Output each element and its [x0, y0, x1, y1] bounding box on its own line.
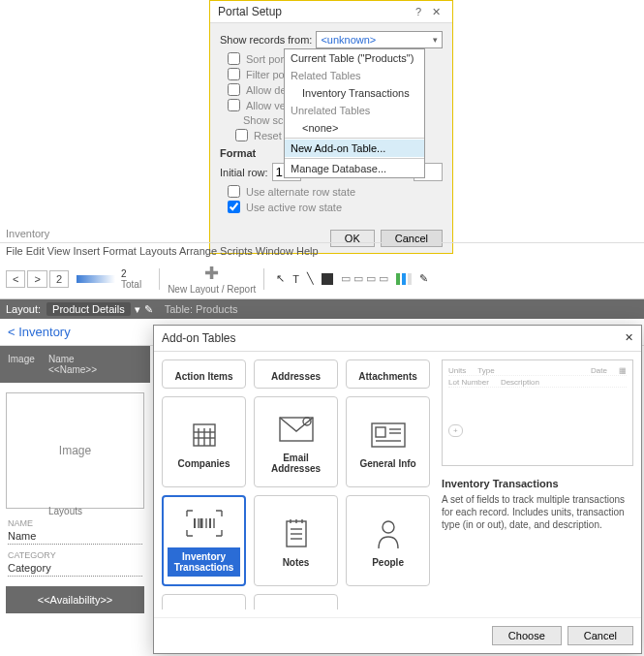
records-dropdown: Current Table ("Products") Related Table… — [284, 48, 425, 178]
show-records-label: Show records from: — [220, 34, 312, 46]
vertical-checkbox[interactable] — [228, 99, 240, 111]
dropdown-item[interactable]: Current Table ("Products") — [285, 49, 424, 67]
tile-notes[interactable]: Notes — [254, 495, 338, 586]
pointer-icon[interactable]: ↖ — [276, 272, 285, 285]
delete-checkbox[interactable] — [228, 83, 240, 96]
sort-checkbox[interactable] — [228, 52, 240, 65]
tile-general-info[interactable]: General Info — [346, 396, 430, 487]
slider-icon[interactable] — [77, 275, 115, 283]
tile-topics[interactable]: Topics — [254, 594, 338, 609]
nav-prev-button[interactable]: < — [6, 270, 25, 288]
tile-inventory-transactions[interactable]: Inventory Transactions — [162, 495, 246, 586]
fill-icon[interactable] — [322, 273, 333, 285]
tile-attachments[interactable]: Attachments — [346, 359, 430, 389]
format-painter-icon[interactable]: ✎ — [419, 272, 428, 285]
close-icon[interactable]: ✕ — [625, 331, 633, 345]
portal-setup-dialog: Portal Setup ? ✕ Show records from: <unk… — [209, 0, 453, 254]
window-title: Inventory — [0, 225, 644, 243]
choose-button[interactable]: Choose — [492, 626, 562, 645]
name-field[interactable]: Name — [8, 530, 142, 545]
tile-action-items[interactable]: Action Items — [162, 359, 246, 389]
svg-point-7 — [303, 418, 311, 425]
toolbar: < > 2 2 Total Layouts ✚ New Layout / Rep… — [0, 259, 644, 299]
card-icon — [370, 416, 407, 454]
dropdown-item[interactable]: Manage Database... — [285, 160, 424, 177]
tile-email-addresses[interactable]: Email Addresses — [254, 396, 338, 487]
more-tools[interactable]: ▭ ▭ ▭ ▭ — [341, 272, 388, 285]
addon-tables-dialog: Add-on Tables ✕ Action ItemsAddressesAtt… — [153, 325, 642, 654]
tile-phone-numbers[interactable]: Phone Numbers — [162, 594, 246, 609]
line-icon[interactable]: ╲ — [307, 272, 314, 285]
cancel-button[interactable]: Cancel — [567, 626, 633, 645]
layout-selector[interactable]: Product Details — [46, 302, 131, 316]
tile-companies[interactable]: Companies — [162, 396, 246, 487]
show-records-combo[interactable]: <unknown> ▾ — [316, 31, 443, 48]
barcode-icon — [185, 505, 224, 542]
color-icons[interactable] — [396, 273, 412, 285]
preview-title: Inventory Transactions — [442, 478, 633, 489]
nav-next-button[interactable]: > — [27, 270, 46, 288]
tile-grid: Action ItemsAddressesAttachmentsCompanie… — [162, 359, 434, 609]
svg-point-26 — [383, 521, 394, 533]
portal-titlebar: Portal Setup ? ✕ — [210, 1, 452, 23]
svg-rect-9 — [376, 427, 385, 437]
envelope-icon — [278, 410, 315, 449]
image-placeholder[interactable]: Image — [6, 392, 144, 509]
help-icon[interactable]: ? — [410, 6, 427, 17]
preview-desc: A set of fields to track multiple transa… — [442, 493, 633, 531]
addon-title: Add-on Tables — [162, 331, 625, 345]
person-icon — [375, 515, 402, 553]
text-icon[interactable]: T — [292, 273, 299, 285]
preview-box: UnitsTypeDate▦ Lot NumberDescription + — [442, 359, 633, 466]
chevron-down-icon: ▾ — [433, 35, 438, 45]
active-state-checkbox[interactable] — [228, 201, 240, 213]
back-link[interactable]: < Inventory — [8, 325, 71, 339]
category-field[interactable]: Category — [8, 562, 142, 577]
availability-button[interactable]: <<Availability>> — [6, 586, 144, 613]
dropdown-item-new-addon[interactable]: New Add-on Table... — [285, 140, 424, 157]
filter-checkbox[interactable] — [228, 68, 240, 80]
alt-state-checkbox[interactable] — [228, 185, 240, 198]
dropdown-group: Related Tables — [285, 67, 424, 84]
layout-bar: Layout: Product Details ▾ ✎ Table: Produ… — [0, 299, 644, 319]
portal-title-text: Portal Setup — [218, 5, 410, 18]
building-icon — [188, 416, 221, 454]
dropdown-group: Unrelated Tables — [285, 102, 424, 119]
reset-checkbox[interactable] — [235, 129, 248, 141]
menubar[interactable]: File Edit View Insert Format Layouts Arr… — [0, 243, 644, 259]
dropdown-item[interactable]: Inventory Transactions — [285, 84, 424, 102]
notepad-icon — [283, 515, 310, 553]
tile-people[interactable]: People — [346, 495, 430, 586]
tile-addresses[interactable]: Addresses — [254, 359, 338, 389]
close-icon[interactable]: ✕ — [427, 6, 445, 18]
page-input[interactable]: 2 — [49, 270, 69, 288]
dropdown-item[interactable]: <none> — [285, 119, 424, 137]
